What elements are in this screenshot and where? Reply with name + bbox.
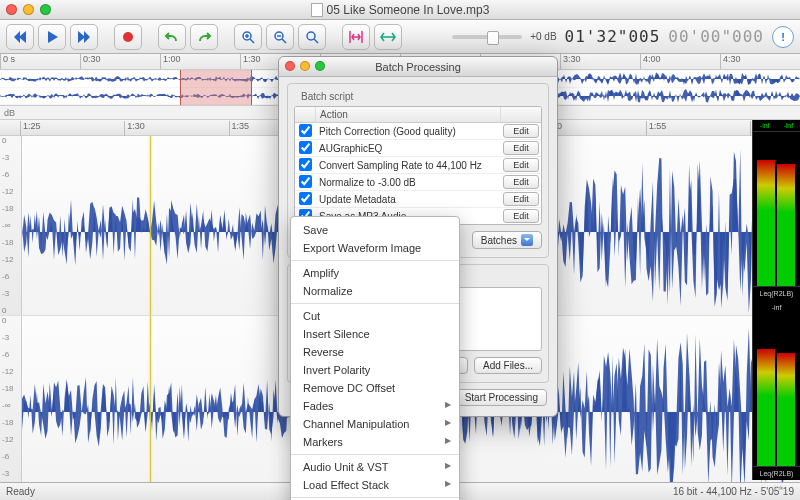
window-title: 05 Like Someone In Love.mp3 <box>327 3 490 17</box>
db-tick: -3 <box>2 333 9 342</box>
dialog-minimize-icon[interactable] <box>300 61 310 71</box>
window-titlebar: 05 Like Someone In Love.mp3 <box>0 0 800 20</box>
meter-bar-right <box>777 164 795 286</box>
action-checkbox[interactable] <box>299 141 312 154</box>
playhead[interactable] <box>150 136 151 315</box>
action-row[interactable]: AUGraphicEQEdit <box>295 140 541 157</box>
info-button[interactable]: ! <box>772 26 794 48</box>
dialog-title: Batch Processing <box>375 61 461 73</box>
menu-item[interactable]: Load Effect Stack <box>291 476 459 494</box>
db-tick: 0 <box>2 136 6 145</box>
svg-point-0 <box>123 32 133 42</box>
action-checkbox[interactable] <box>299 124 312 137</box>
window-controls[interactable] <box>6 4 51 15</box>
col-action[interactable]: Action <box>315 107 501 122</box>
meter-label-1: Leq(R2LB) <box>760 290 794 297</box>
db-tick: -6 <box>2 452 9 461</box>
menu-item[interactable]: Channel Manipulation <box>291 415 459 433</box>
menu-item[interactable]: Fades <box>291 397 459 415</box>
db-tick: -∞ <box>2 401 10 410</box>
menu-item[interactable]: Save <box>291 221 459 239</box>
ruler-tick: 4:00 <box>640 54 661 69</box>
skip-forward-button[interactable] <box>70 24 98 50</box>
action-row[interactable]: Normalize to -3.00 dBEdit <box>295 174 541 191</box>
menu-item[interactable]: Remove DC Offset <box>291 379 459 397</box>
start-processing-button[interactable]: Start Processing <box>456 389 547 406</box>
db-tick: -3 <box>2 153 9 162</box>
ruler-tick: 0 s <box>0 54 15 69</box>
document-icon <box>311 3 323 17</box>
action-checkbox[interactable] <box>299 192 312 205</box>
gain-slider[interactable] <box>452 35 522 39</box>
action-row[interactable]: Update MetadataEdit <box>295 191 541 208</box>
action-checkbox[interactable] <box>299 158 312 171</box>
fit-selection-button[interactable] <box>342 24 370 50</box>
edit-button[interactable]: Edit <box>503 141 539 155</box>
dialog-close-icon[interactable] <box>285 61 295 71</box>
channel-gutter-left: 0-3-6-12-18-∞-18-12-6-30 <box>0 136 22 315</box>
db-tick: -12 <box>2 435 14 444</box>
batch-script-label: Batch script <box>298 91 356 102</box>
undo-button[interactable] <box>158 24 186 50</box>
action-checkbox[interactable] <box>299 175 312 188</box>
ruler-tick: 1:25 <box>20 121 41 136</box>
zoom-fit-button[interactable] <box>298 24 326 50</box>
db-tick: -6 <box>2 272 9 281</box>
fit-all-button[interactable] <box>374 24 402 50</box>
menu-item[interactable]: Normalize <box>291 282 459 300</box>
action-list[interactable]: Action Pitch Correction (Good quality)Ed… <box>294 106 542 225</box>
meter-label-2: Leq(R2LB) <box>760 470 794 477</box>
menu-item[interactable]: Cut <box>291 307 459 325</box>
redo-button[interactable] <box>190 24 218 50</box>
batches-button[interactable]: Batches <box>472 231 542 249</box>
add-files-button[interactable]: Add Files... <box>474 357 542 374</box>
db-tick: 0 <box>2 306 6 315</box>
svg-point-3 <box>307 32 315 40</box>
action-label: AUGraphicEQ <box>315 141 501 156</box>
playhead[interactable] <box>150 316 151 495</box>
close-icon[interactable] <box>6 4 17 15</box>
edit-button[interactable]: Edit <box>503 124 539 138</box>
menu-separator <box>291 303 459 304</box>
minimize-icon[interactable] <box>23 4 34 15</box>
zoom-out-button[interactable] <box>266 24 294 50</box>
zoom-in-button[interactable] <box>234 24 262 50</box>
db-tick: 0 <box>2 316 6 325</box>
ruler-tick: 0:30 <box>80 54 101 69</box>
status-left: Ready <box>6 486 35 497</box>
menu-item[interactable]: Reverse <box>291 343 459 361</box>
gain-readout: +0 dB <box>530 31 556 42</box>
edit-button[interactable]: Edit <box>503 209 539 223</box>
action-row[interactable]: Pitch Correction (Good quality)Edit <box>295 123 541 140</box>
db-tick: -6 <box>2 170 9 179</box>
ruler-tick: 1:00 <box>160 54 181 69</box>
menu-item[interactable]: Invert Polarity <box>291 361 459 379</box>
menu-item[interactable]: Export Waveform Image <box>291 239 459 257</box>
play-button[interactable] <box>38 24 66 50</box>
menu-item[interactable]: Insert Silence <box>291 325 459 343</box>
overview-selection[interactable] <box>180 70 252 105</box>
zoom-icon[interactable] <box>40 4 51 15</box>
menu-item[interactable]: Audio Unit & VST <box>291 458 459 476</box>
record-button[interactable] <box>114 24 142 50</box>
menu-item[interactable]: Amplify <box>291 264 459 282</box>
action-row[interactable]: Convert Sampling Rate to 44,100 HzEdit <box>295 157 541 174</box>
menu-separator <box>291 454 459 455</box>
edit-button[interactable]: Edit <box>503 175 539 189</box>
add-action-menu[interactable]: SaveExport Waveform ImageAmplifyNormaliz… <box>290 216 460 500</box>
edit-button[interactable]: Edit <box>503 192 539 206</box>
dialog-zoom-icon[interactable] <box>315 61 325 71</box>
level-meters: -inf-inf Leq(R2LB)-inf Leq(R2LB)-inf <box>752 120 800 480</box>
ruler-tick: 1:30 <box>240 54 261 69</box>
db-tick: -18 <box>2 204 14 213</box>
db-tick: -18 <box>2 238 14 247</box>
menu-separator <box>291 497 459 498</box>
menu-separator <box>291 260 459 261</box>
ruler-tick: 3:30 <box>560 54 581 69</box>
dialog-titlebar[interactable]: Batch Processing <box>279 57 557 77</box>
db-tick: -3 <box>2 469 9 478</box>
dropdown-icon[interactable] <box>521 234 533 246</box>
edit-button[interactable]: Edit <box>503 158 539 172</box>
menu-item[interactable]: Markers <box>291 433 459 451</box>
skip-back-button[interactable] <box>6 24 34 50</box>
